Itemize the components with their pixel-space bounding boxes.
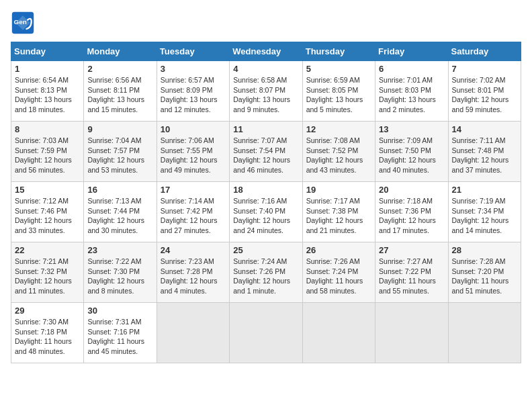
day-info: Sunrise: 7:13 AM Sunset: 7:44 PM Dayligh… [87,196,152,236]
weekday-header-thursday: Thursday [302,42,375,61]
day-number: 5 [306,64,371,74]
calendar-cell: 25Sunrise: 7:24 AM Sunset: 7:26 PM Dayli… [230,242,302,303]
day-number: 18 [233,185,298,195]
weekday-header-saturday: Saturday [448,42,521,61]
day-info: Sunrise: 7:26 AM Sunset: 7:24 PM Dayligh… [306,257,371,296]
day-info: Sunrise: 7:31 AM Sunset: 7:16 PM Dayligh… [87,317,152,357]
calendar-cell: 23Sunrise: 7:22 AM Sunset: 7:30 PM Dayli… [84,242,157,303]
calendar-cell: 2Sunrise: 6:56 AM Sunset: 8:11 PM Daylig… [84,61,157,122]
day-info: Sunrise: 7:23 AM Sunset: 7:28 PM Dayligh… [161,257,226,296]
calendar-week-2: 8Sunrise: 7:03 AM Sunset: 7:59 PM Daylig… [11,122,521,182]
weekday-header-sunday: Sunday [11,42,84,61]
day-info: Sunrise: 7:12 AM Sunset: 7:46 PM Dayligh… [15,196,80,236]
calendar-cell: 15Sunrise: 7:12 AM Sunset: 7:46 PM Dayli… [11,182,84,242]
calendar-week-3: 15Sunrise: 7:12 AM Sunset: 7:46 PM Dayli… [11,182,521,242]
day-info: Sunrise: 6:54 AM Sunset: 8:13 PM Dayligh… [15,75,80,115]
logo-icon: Gen [11,11,35,35]
weekday-header-monday: Monday [84,42,157,61]
day-number: 6 [379,64,444,74]
day-info: Sunrise: 7:14 AM Sunset: 7:42 PM Dayligh… [161,196,226,236]
day-number: 1 [15,64,80,74]
calendar-cell: 20Sunrise: 7:18 AM Sunset: 7:36 PM Dayli… [375,182,448,242]
calendar-cell [157,303,229,363]
calendar-cell: 6Sunrise: 7:01 AM Sunset: 8:03 PM Daylig… [375,61,448,122]
day-number: 11 [233,124,298,134]
day-number: 23 [87,245,152,255]
calendar-cell: 27Sunrise: 7:27 AM Sunset: 7:22 PM Dayli… [375,242,448,303]
day-number: 15 [15,185,80,195]
calendar-cell: 30Sunrise: 7:31 AM Sunset: 7:16 PM Dayli… [84,303,157,363]
day-info: Sunrise: 7:17 AM Sunset: 7:38 PM Dayligh… [306,196,371,236]
day-info: Sunrise: 6:58 AM Sunset: 8:07 PM Dayligh… [233,75,298,115]
day-info: Sunrise: 6:59 AM Sunset: 8:05 PM Dayligh… [306,75,371,115]
calendar-cell: 13Sunrise: 7:09 AM Sunset: 7:50 PM Dayli… [375,122,448,182]
day-number: 10 [161,124,226,134]
day-number: 29 [15,306,80,316]
day-info: Sunrise: 7:11 AM Sunset: 7:48 PM Dayligh… [452,136,517,175]
day-number: 22 [15,245,80,255]
weekday-header-wednesday: Wednesday [230,42,302,61]
day-info: Sunrise: 7:24 AM Sunset: 7:26 PM Dayligh… [233,257,298,296]
calendar-week-1: 1Sunrise: 6:54 AM Sunset: 8:13 PM Daylig… [11,61,521,122]
day-number: 30 [87,306,152,316]
day-number: 3 [161,64,226,74]
calendar-cell: 17Sunrise: 7:14 AM Sunset: 7:42 PM Dayli… [157,182,229,242]
day-info: Sunrise: 7:04 AM Sunset: 7:57 PM Dayligh… [87,136,152,175]
day-info: Sunrise: 7:07 AM Sunset: 7:54 PM Dayligh… [233,136,298,175]
calendar-cell: 12Sunrise: 7:08 AM Sunset: 7:52 PM Dayli… [302,122,375,182]
calendar-cell: 11Sunrise: 7:07 AM Sunset: 7:54 PM Dayli… [230,122,302,182]
calendar-cell: 16Sunrise: 7:13 AM Sunset: 7:44 PM Dayli… [84,182,157,242]
day-number: 7 [452,64,517,74]
calendar-cell [448,303,521,363]
calendar-cell: 29Sunrise: 7:30 AM Sunset: 7:18 PM Dayli… [11,303,84,363]
calendar-cell: 10Sunrise: 7:06 AM Sunset: 7:55 PM Dayli… [157,122,229,182]
calendar-cell: 18Sunrise: 7:16 AM Sunset: 7:40 PM Dayli… [230,182,302,242]
calendar-cell [302,303,375,363]
day-number: 8 [15,124,80,134]
calendar-week-5: 29Sunrise: 7:30 AM Sunset: 7:18 PM Dayli… [11,303,521,363]
calendar-cell: 1Sunrise: 6:54 AM Sunset: 8:13 PM Daylig… [11,61,84,122]
day-number: 25 [233,245,298,255]
day-number: 13 [379,124,444,134]
calendar-cell: 4Sunrise: 6:58 AM Sunset: 8:07 PM Daylig… [230,61,302,122]
calendar-cell: 8Sunrise: 7:03 AM Sunset: 7:59 PM Daylig… [11,122,84,182]
day-info: Sunrise: 7:09 AM Sunset: 7:50 PM Dayligh… [379,136,444,175]
calendar-table: SundayMondayTuesdayWednesdayThursdayFrid… [11,42,521,363]
calendar-cell [375,303,448,363]
day-info: Sunrise: 7:02 AM Sunset: 8:01 PM Dayligh… [452,75,517,115]
day-number: 21 [452,185,517,195]
page-header: Gen [11,11,521,35]
day-info: Sunrise: 7:01 AM Sunset: 8:03 PM Dayligh… [379,75,444,115]
day-number: 16 [87,185,152,195]
day-info: Sunrise: 6:56 AM Sunset: 8:11 PM Dayligh… [87,75,152,115]
day-info: Sunrise: 7:08 AM Sunset: 7:52 PM Dayligh… [306,136,371,175]
calendar-cell: 14Sunrise: 7:11 AM Sunset: 7:48 PM Dayli… [448,122,521,182]
day-number: 14 [452,124,517,134]
calendar-cell: 22Sunrise: 7:21 AM Sunset: 7:32 PM Dayli… [11,242,84,303]
calendar-cell: 26Sunrise: 7:26 AM Sunset: 7:24 PM Dayli… [302,242,375,303]
calendar-cell: 7Sunrise: 7:02 AM Sunset: 8:01 PM Daylig… [448,61,521,122]
day-number: 9 [87,124,152,134]
calendar-cell: 19Sunrise: 7:17 AM Sunset: 7:38 PM Dayli… [302,182,375,242]
day-number: 20 [379,185,444,195]
day-info: Sunrise: 7:03 AM Sunset: 7:59 PM Dayligh… [15,136,80,175]
day-info: Sunrise: 7:30 AM Sunset: 7:18 PM Dayligh… [15,317,80,357]
day-number: 27 [379,245,444,255]
calendar-cell: 24Sunrise: 7:23 AM Sunset: 7:28 PM Dayli… [157,242,229,303]
day-number: 2 [87,64,152,74]
day-info: Sunrise: 7:21 AM Sunset: 7:32 PM Dayligh… [15,257,80,296]
calendar-cell: 21Sunrise: 7:19 AM Sunset: 7:34 PM Dayli… [448,182,521,242]
weekday-header-tuesday: Tuesday [157,42,229,61]
day-info: Sunrise: 7:18 AM Sunset: 7:36 PM Dayligh… [379,196,444,236]
day-number: 24 [161,245,226,255]
calendar-cell: 3Sunrise: 6:57 AM Sunset: 8:09 PM Daylig… [157,61,229,122]
day-info: Sunrise: 6:57 AM Sunset: 8:09 PM Dayligh… [161,75,226,115]
logo: Gen [11,11,39,35]
day-number: 17 [161,185,226,195]
calendar-week-4: 22Sunrise: 7:21 AM Sunset: 7:32 PM Dayli… [11,242,521,303]
day-info: Sunrise: 7:19 AM Sunset: 7:34 PM Dayligh… [452,196,517,236]
day-info: Sunrise: 7:27 AM Sunset: 7:22 PM Dayligh… [379,257,444,296]
day-info: Sunrise: 7:06 AM Sunset: 7:55 PM Dayligh… [161,136,226,175]
day-info: Sunrise: 7:22 AM Sunset: 7:30 PM Dayligh… [87,257,152,296]
day-info: Sunrise: 7:16 AM Sunset: 7:40 PM Dayligh… [233,196,298,236]
